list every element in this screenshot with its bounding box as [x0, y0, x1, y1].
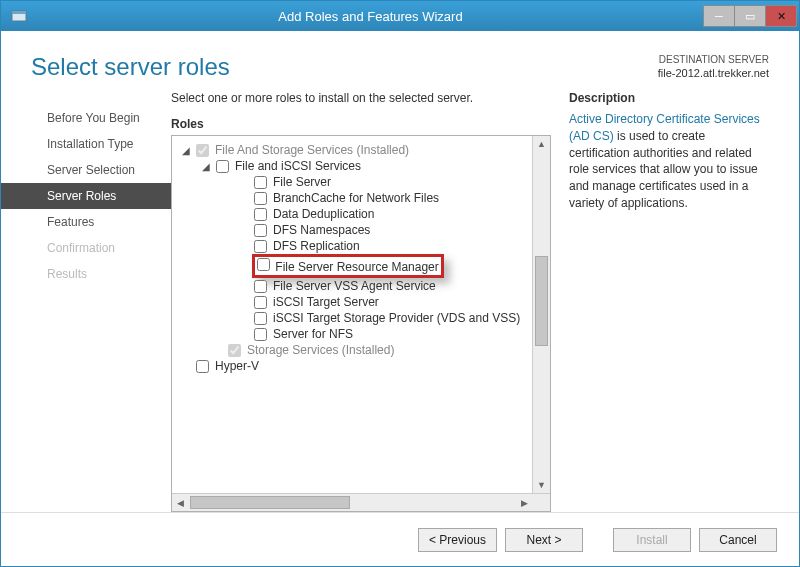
- node-label: Server for NFS: [273, 327, 353, 341]
- step-installation-type[interactable]: Installation Type: [1, 131, 171, 157]
- checkbox: [228, 344, 241, 357]
- highlight-box: File Server Resource Manager: [252, 254, 444, 278]
- checkbox[interactable]: [254, 176, 267, 189]
- node-label: File and iSCSI Services: [235, 159, 361, 173]
- node-label: Storage Services (Installed): [247, 343, 394, 357]
- horizontal-scroll-thumb[interactable]: [190, 496, 350, 509]
- checkbox[interactable]: [196, 360, 209, 373]
- step-server-selection[interactable]: Server Selection: [1, 157, 171, 183]
- role-file-server[interactable]: File Server: [176, 174, 528, 190]
- node-label: iSCSI Target Server: [273, 295, 379, 309]
- vertical-scroll-thumb[interactable]: [535, 256, 548, 346]
- role-server-nfs[interactable]: Server for NFS: [176, 326, 528, 342]
- wizard-footer: < Previous Next > Install Cancel: [1, 512, 799, 566]
- node-label: iSCSI Target Storage Provider (VDS and V…: [273, 311, 520, 325]
- role-dfs-namespaces[interactable]: DFS Namespaces: [176, 222, 528, 238]
- role-iscsi-target-provider[interactable]: iSCSI Target Storage Provider (VDS and V…: [176, 310, 528, 326]
- cancel-button[interactable]: Cancel: [699, 528, 777, 552]
- node-label: File Server VSS Agent Service: [273, 279, 436, 293]
- role-iscsi-target-server[interactable]: iSCSI Target Server: [176, 294, 528, 310]
- scroll-right-icon[interactable]: ▶: [516, 494, 532, 511]
- next-button[interactable]: Next >: [505, 528, 583, 552]
- description-label: Description: [569, 91, 769, 105]
- horizontal-scrollbar[interactable]: ◀ ▶: [172, 493, 550, 511]
- app-icon: [7, 4, 31, 28]
- role-storage-services[interactable]: Storage Services (Installed): [176, 342, 528, 358]
- destination-info: DESTINATION SERVER file-2012.atl.trekker…: [658, 53, 769, 80]
- step-confirmation: Confirmation: [1, 235, 171, 261]
- window-title: Add Roles and Features Wizard: [37, 9, 704, 24]
- role-file-iscsi-services[interactable]: ◢ File and iSCSI Services: [176, 158, 528, 174]
- wizard-window: Add Roles and Features Wizard ─ ▭ ✕ Sele…: [0, 0, 800, 567]
- node-label: DFS Replication: [273, 239, 360, 253]
- maximize-button[interactable]: ▭: [734, 5, 766, 27]
- role-file-storage-services[interactable]: ◢ File And Storage Services (Installed): [176, 142, 528, 158]
- node-label: Hyper-V: [215, 359, 259, 373]
- checkbox[interactable]: [254, 328, 267, 341]
- page-title: Select server roles: [31, 53, 230, 81]
- node-label: File Server: [273, 175, 331, 189]
- checkbox[interactable]: [254, 192, 267, 205]
- role-dfs-replication[interactable]: DFS Replication: [176, 238, 528, 254]
- wizard-header: Select server roles DESTINATION SERVER f…: [1, 31, 799, 87]
- content-area: Select one or more roles to install on t…: [171, 87, 769, 512]
- node-label: File And Storage Services (Installed): [215, 143, 409, 157]
- step-features[interactable]: Features: [1, 209, 171, 235]
- description-column: Description Active Directory Certificate…: [569, 91, 769, 512]
- role-data-dedup[interactable]: Data Deduplication: [176, 206, 528, 222]
- intro-text: Select one or more roles to install on t…: [171, 91, 551, 105]
- collapse-icon[interactable]: ◢: [200, 161, 212, 172]
- checkbox[interactable]: [254, 224, 267, 237]
- step-results: Results: [1, 261, 171, 287]
- role-hyper-v[interactable]: Hyper-V: [176, 358, 528, 374]
- roles-tree[interactable]: ◢ File And Storage Services (Installed) …: [172, 136, 532, 493]
- node-label: Data Deduplication: [273, 207, 374, 221]
- checkbox[interactable]: [257, 258, 270, 271]
- checkbox[interactable]: [254, 240, 267, 253]
- roles-label: Roles: [171, 117, 551, 131]
- wizard-body: Before You Begin Installation Type Serve…: [1, 87, 799, 512]
- node-label: File Server Resource Manager: [275, 260, 438, 274]
- description-text: Active Directory Certificate Services (A…: [569, 111, 769, 212]
- roles-box: ◢ File And Storage Services (Installed) …: [171, 135, 551, 512]
- role-vss-agent[interactable]: File Server VSS Agent Service: [176, 278, 528, 294]
- node-label: DFS Namespaces: [273, 223, 370, 237]
- step-server-roles[interactable]: Server Roles: [1, 183, 171, 209]
- scroll-left-icon[interactable]: ◀: [172, 494, 188, 511]
- role-fsrm[interactable]: File Server Resource Manager: [176, 254, 528, 278]
- role-branchcache[interactable]: BranchCache for Network Files: [176, 190, 528, 206]
- checkbox[interactable]: [216, 160, 229, 173]
- destination-server: file-2012.atl.trekker.net: [658, 66, 769, 80]
- install-button: Install: [613, 528, 691, 552]
- svg-rect-1: [12, 11, 26, 14]
- destination-label: DESTINATION SERVER: [658, 53, 769, 66]
- close-button[interactable]: ✕: [765, 5, 797, 27]
- scroll-down-icon[interactable]: ▼: [533, 477, 550, 493]
- checkbox[interactable]: [254, 208, 267, 221]
- roles-tree-wrap: ◢ File And Storage Services (Installed) …: [172, 136, 550, 493]
- minimize-button[interactable]: ─: [703, 5, 735, 27]
- checkbox[interactable]: [254, 280, 267, 293]
- checkbox[interactable]: [254, 312, 267, 325]
- node-label: BranchCache for Network Files: [273, 191, 439, 205]
- step-list: Before You Begin Installation Type Serve…: [1, 87, 171, 512]
- checkbox: [196, 144, 209, 157]
- roles-column: Select one or more roles to install on t…: [171, 91, 551, 512]
- previous-button[interactable]: < Previous: [418, 528, 497, 552]
- step-before-you-begin[interactable]: Before You Begin: [1, 105, 171, 131]
- scroll-up-icon[interactable]: ▲: [533, 136, 550, 152]
- titlebar: Add Roles and Features Wizard ─ ▭ ✕: [1, 1, 799, 31]
- checkbox[interactable]: [254, 296, 267, 309]
- window-controls: ─ ▭ ✕: [704, 5, 797, 27]
- collapse-icon[interactable]: ◢: [180, 145, 192, 156]
- vertical-scrollbar[interactable]: ▲ ▼: [532, 136, 550, 493]
